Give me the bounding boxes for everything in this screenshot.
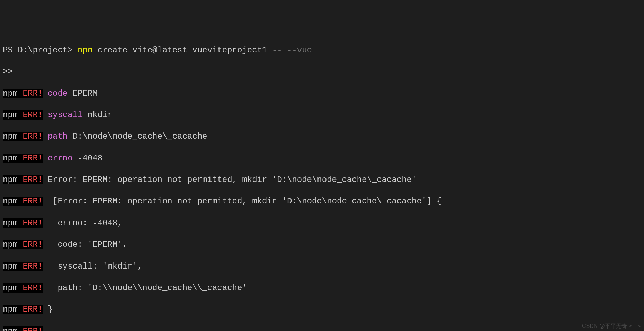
err-label: ERR! bbox=[18, 132, 43, 141]
prompt-path: D:\project> bbox=[18, 45, 78, 55]
error-line-errno: npm ERR! errno -4048 bbox=[3, 153, 641, 164]
command-args: create vite@latest vueviteproject1 bbox=[98, 45, 272, 55]
err-label: ERR! bbox=[18, 89, 43, 98]
err-label: ERR! bbox=[18, 110, 43, 120]
err-text: code: 'EPERM', bbox=[48, 240, 127, 249]
err-value: -4048 bbox=[78, 154, 102, 163]
ps-prefix: PS bbox=[3, 45, 18, 55]
err-label: ERR! bbox=[18, 218, 43, 228]
error-line-msg: npm ERR! Error: EPERM: operation not per… bbox=[3, 174, 641, 185]
err-label: ERR! bbox=[18, 240, 43, 249]
npm-label: npm bbox=[3, 262, 18, 271]
err-text: errno: -4048, bbox=[48, 218, 123, 228]
npm-label: npm bbox=[3, 305, 18, 314]
err-text: path: 'D:\\node\\node_cache\\_cacache' bbox=[48, 283, 247, 293]
npm-label: npm bbox=[3, 240, 18, 249]
error-line-syscall: npm ERR! syscall mkdir bbox=[3, 110, 641, 120]
command-npm: npm bbox=[78, 45, 98, 55]
err-label: ERR! bbox=[18, 197, 43, 206]
error-line-code: npm ERR! code EPERM bbox=[3, 88, 641, 99]
err-label: ERR! bbox=[18, 154, 43, 163]
npm-label: npm bbox=[3, 197, 18, 206]
npm-label: npm bbox=[3, 218, 18, 228]
npm-label: npm bbox=[3, 132, 18, 141]
err-key: path bbox=[48, 132, 73, 141]
err-value: D:\node\node_cache\_cacache bbox=[73, 132, 207, 141]
npm-label: npm bbox=[3, 154, 18, 163]
err-label: ERR! bbox=[18, 262, 43, 271]
error-line-msg: npm ERR! syscall: 'mkdir', bbox=[3, 261, 641, 272]
npm-label: npm bbox=[3, 89, 18, 98]
err-value: mkdir bbox=[88, 110, 113, 120]
error-line-msg: npm ERR! errno: -4048, bbox=[3, 218, 641, 228]
npm-label: npm bbox=[3, 283, 18, 293]
error-line-msg: npm ERR! code: 'EPERM', bbox=[3, 239, 641, 250]
err-text: syscall: 'mkdir', bbox=[48, 262, 143, 271]
err-text: [Error: EPERM: operation not permitted, … bbox=[48, 197, 442, 206]
err-label: ERR! bbox=[18, 326, 43, 331]
error-line-empty: npm ERR! bbox=[3, 326, 641, 331]
err-label: ERR! bbox=[18, 175, 43, 184]
npm-label: npm bbox=[3, 326, 18, 331]
error-line-path: npm ERR! path D:\node\node_cache\_cacach… bbox=[3, 131, 641, 142]
error-line-msg: npm ERR! path: 'D:\\node\\node_cache\\_c… bbox=[3, 282, 641, 293]
err-value: EPERM bbox=[73, 89, 98, 98]
terminal-prompt-line[interactable]: PS D:\project> npm create vite@latest vu… bbox=[3, 45, 641, 55]
continuation-line: >> bbox=[3, 66, 641, 77]
error-line-msg: npm ERR! [Error: EPERM: operation not pe… bbox=[3, 196, 641, 207]
err-key: errno bbox=[48, 154, 78, 163]
error-line-msg: npm ERR! } bbox=[3, 304, 641, 315]
err-label: ERR! bbox=[18, 305, 43, 314]
watermark-text: CSDN @平平无奇 > _ < bbox=[582, 323, 641, 330]
npm-label: npm bbox=[3, 110, 18, 120]
err-key: code bbox=[48, 89, 73, 98]
err-key: syscall bbox=[48, 110, 88, 120]
err-label: ERR! bbox=[18, 283, 43, 293]
err-text: } bbox=[48, 305, 53, 314]
command-flags: -- --vue bbox=[272, 45, 312, 55]
err-text: Error: EPERM: operation not permitted, m… bbox=[48, 175, 417, 184]
npm-label: npm bbox=[3, 175, 18, 184]
